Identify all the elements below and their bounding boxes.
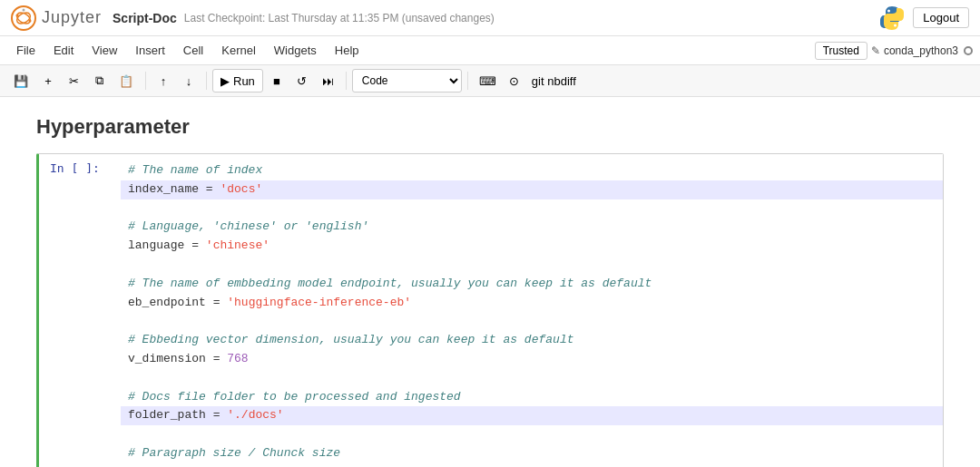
menu-help[interactable]: Help bbox=[326, 40, 368, 61]
kernel-name: conda_python3 bbox=[884, 44, 958, 57]
code-index-name: index_name = 'docs' bbox=[121, 180, 943, 199]
menu-view[interactable]: View bbox=[83, 40, 126, 61]
save-button[interactable]: 💾 bbox=[7, 69, 34, 92]
cut-button[interactable]: ✂ bbox=[62, 69, 85, 92]
menu-insert[interactable]: Insert bbox=[126, 40, 174, 61]
toolbar-separator-1 bbox=[145, 72, 146, 90]
add-cell-button[interactable]: + bbox=[36, 69, 60, 92]
comment-folder-path: # Docs file folder to be processed and i… bbox=[128, 388, 936, 407]
code-eb-endpoint: eb_endpoint = 'huggingface-inference-eb' bbox=[128, 294, 936, 313]
cell-heading: Hyperparameter bbox=[36, 115, 944, 139]
jupyter-logo-icon bbox=[11, 5, 36, 31]
jupyter-logo: Jupyter bbox=[11, 5, 102, 31]
blank-3 bbox=[128, 312, 936, 331]
svg-point-5 bbox=[23, 8, 25, 11]
menu-cell[interactable]: Cell bbox=[174, 40, 212, 61]
code-v-dimension: v_dimension = 768 bbox=[128, 350, 936, 369]
header-right: Logout bbox=[878, 5, 969, 32]
cell-prompt: In [ ]: bbox=[39, 154, 121, 467]
svg-point-3 bbox=[16, 14, 19, 16]
code-folder-path: folder_path = './docs' bbox=[121, 406, 943, 425]
main-content: Hyperparameter In [ ]: # The name of ind… bbox=[0, 97, 980, 467]
code-area[interactable]: # The name of index index_name = 'docs' … bbox=[121, 154, 943, 467]
run-label: Run bbox=[233, 74, 255, 88]
toolbar-separator-4 bbox=[467, 72, 468, 90]
svg-point-2 bbox=[15, 10, 33, 25]
move-down-button[interactable]: ↓ bbox=[177, 69, 201, 92]
header-bar: Jupyter Script-Doc Last Checkpoint: Last… bbox=[0, 0, 980, 36]
move-up-button[interactable]: ↑ bbox=[152, 69, 175, 92]
comment-language: # Language, 'chinese' or 'english' bbox=[128, 218, 936, 237]
run-triangle-icon: ▶ bbox=[220, 74, 230, 88]
trusted-button[interactable]: Trusted bbox=[815, 42, 867, 60]
cell-type-select[interactable]: Code Markdown Raw NBConvert Heading bbox=[352, 69, 462, 92]
copy-button[interactable]: ⧉ bbox=[87, 69, 111, 92]
svg-point-4 bbox=[29, 19, 32, 22]
blank-2 bbox=[128, 256, 936, 275]
comment-eb-endpoint: # The name of embbeding model endpoint, … bbox=[128, 275, 936, 294]
nbdiff-label: nbdiff bbox=[547, 74, 576, 88]
python-logo bbox=[878, 5, 906, 32]
notebook-title[interactable]: Script-Doc bbox=[113, 11, 177, 25]
toolbar: 💾 + ✂ ⧉ 📋 ↑ ↓ ▶ Run ■ ↺ ⏭ Code Markdown … bbox=[0, 65, 980, 97]
run-button[interactable]: ▶ Run bbox=[212, 69, 263, 92]
restart-button[interactable]: ↺ bbox=[290, 69, 314, 92]
blank-5 bbox=[128, 425, 936, 444]
menu-file[interactable]: File bbox=[7, 40, 44, 61]
paste-button[interactable]: 📋 bbox=[113, 69, 140, 92]
comment-v-dimension: # Ebbeding vector dimension, usually you… bbox=[128, 331, 936, 350]
jupyter-brand-text: Jupyter bbox=[42, 8, 102, 27]
cell-toolbar-button[interactable]: ⊙ bbox=[504, 69, 524, 92]
nbdiff-button[interactable]: git nbdiff bbox=[526, 69, 582, 92]
restart-run-button[interactable]: ⏭ bbox=[316, 69, 340, 92]
checkpoint-info: Last Checkpoint: Last Thursday at 11:35 … bbox=[184, 12, 878, 24]
keyboard-button[interactable]: ⌨ bbox=[474, 69, 502, 92]
code-chunck-size: chunck_size = 200 bbox=[128, 463, 936, 467]
menu-bar: File Edit View Insert Cell Kernel Widget… bbox=[0, 36, 980, 65]
blank-1 bbox=[128, 199, 936, 219]
toolbar-separator-3 bbox=[346, 72, 347, 90]
menu-widgets[interactable]: Widgets bbox=[265, 40, 326, 61]
code-cell: In [ ]: # The name of index index_name =… bbox=[36, 153, 944, 467]
code-language: language = 'chinese' bbox=[128, 237, 936, 256]
toolbar-separator-2 bbox=[206, 72, 207, 90]
svg-point-7 bbox=[894, 24, 897, 26]
logout-button[interactable]: Logout bbox=[913, 7, 969, 28]
kernel-status-circle bbox=[964, 46, 973, 55]
blank-4 bbox=[128, 369, 936, 388]
git-icon: git bbox=[532, 74, 544, 88]
menu-edit[interactable]: Edit bbox=[44, 40, 83, 61]
stop-button[interactable]: ■ bbox=[265, 69, 289, 92]
edit-icon[interactable]: ✎ bbox=[871, 44, 880, 57]
menu-kernel[interactable]: Kernel bbox=[212, 40, 265, 61]
comment-index-name: # The name of index bbox=[128, 161, 936, 180]
comment-chunck-size: # Paragraph size / Chunck size bbox=[128, 444, 936, 463]
svg-point-6 bbox=[887, 9, 890, 12]
